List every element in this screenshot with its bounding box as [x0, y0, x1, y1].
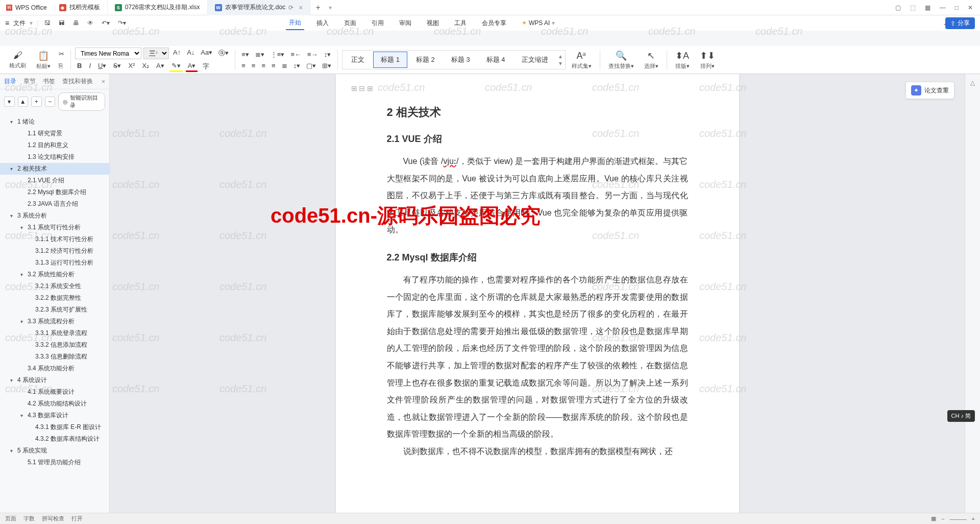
nav-up-button[interactable]: ▲: [18, 97, 29, 107]
find-replace-button[interactable]: 🔍 查找替换▾: [604, 50, 638, 70]
window-close-icon[interactable]: ✕: [968, 4, 973, 11]
subscript-button[interactable]: X₂: [140, 61, 151, 72]
bold-button[interactable]: B: [75, 61, 84, 72]
tab-xlsx[interactable]: S 0726需求文档以及排期.xlsx: [108, 0, 208, 15]
view-mode-icon[interactable]: ▦: [931, 515, 936, 522]
nav-dropdown-button[interactable]: ▾: [4, 97, 15, 107]
tab-close-icon[interactable]: ×: [299, 4, 303, 12]
font-color-button[interactable]: A▾: [186, 61, 198, 72]
tab-doc-active[interactable]: W 农事管理系统论文.doc ⟳ ×: [208, 0, 311, 15]
border-icon[interactable]: ⊞▾: [320, 61, 333, 70]
toc-item[interactable]: 4.2 系统功能结构设计: [0, 398, 109, 410]
strikethrough-button[interactable]: S̶▾: [111, 61, 123, 72]
nav-add-button[interactable]: +: [31, 97, 42, 107]
hamburger-icon[interactable]: ≡: [5, 19, 9, 27]
arrange-button[interactable]: ⬍A 排版▾: [671, 50, 694, 70]
align-justify-icon[interactable]: ≡: [270, 61, 278, 70]
window-grid-icon[interactable]: ▦: [925, 4, 930, 11]
status-wordcount[interactable]: 字数: [23, 515, 35, 522]
share-button[interactable]: ⇪ 分享: [945, 17, 975, 29]
toc-item[interactable]: ▾3.3 系统流程分析: [0, 316, 109, 327]
menu-tab-wps-ai[interactable]: ✦WPS AI▾: [519, 17, 558, 29]
style-heading2[interactable]: 标题 2: [408, 52, 443, 68]
underline-button[interactable]: U▾: [96, 61, 108, 72]
toc-item[interactable]: 3.2.3 系统可扩展性: [0, 304, 109, 316]
file-menu-label[interactable]: 文件: [13, 19, 26, 28]
superscript-button[interactable]: X²: [126, 61, 137, 72]
window-maximize-icon[interactable]: □: [955, 4, 959, 11]
clear-format-icon[interactable]: ⓐ▾: [216, 47, 231, 59]
toc-item[interactable]: ▾4.3 数据库设计: [0, 410, 109, 421]
toc-item[interactable]: 4.3.1 数据库 E-R 图设计: [0, 421, 109, 433]
line-spacing-icon[interactable]: ↕▾: [322, 50, 333, 59]
italic-button[interactable]: I: [87, 61, 93, 72]
menu-tab-reference[interactable]: 引用: [369, 17, 387, 30]
toc-item[interactable]: 1.3 论文结构安排: [0, 151, 109, 163]
toc-item[interactable]: 1.1 研究背景: [0, 128, 109, 139]
styles-scroll-up-icon[interactable]: ▴: [559, 53, 562, 60]
toc-item[interactable]: ▾2 相关技术: [0, 163, 109, 175]
toc-item[interactable]: 3.2.2 数据完整性: [0, 292, 109, 304]
font-shrink-icon[interactable]: A↓: [185, 47, 197, 59]
text-effects-button[interactable]: A▾: [154, 61, 166, 72]
align-distribute-icon[interactable]: ≣: [280, 61, 289, 70]
style-heading4[interactable]: 标题 4: [479, 52, 513, 68]
collapse-icon[interactable]: △: [970, 79, 975, 86]
align-left-icon[interactable]: ≡: [239, 61, 248, 70]
font-name-select[interactable]: Times New Roma: [75, 47, 141, 59]
outline-list-icon[interactable]: ⋮≡▾: [268, 50, 287, 59]
font-size-select[interactable]: 三号: [143, 47, 169, 59]
zoom-in-icon[interactable]: +: [972, 516, 975, 522]
document-area[interactable]: ⊞ ⊟ ⊞ 2 相关技术 2.1 VUE 介绍 Vue (读音 /vjuː/，类…: [110, 74, 965, 524]
indent-decrease-icon[interactable]: ≡←: [288, 50, 303, 59]
window-minimize-icon[interactable]: —: [940, 4, 946, 11]
nav-tab-toc[interactable]: 目录: [4, 77, 16, 86]
nav-tab-bookmark[interactable]: 书签: [43, 77, 55, 86]
copy-icon[interactable]: ⎘: [57, 61, 66, 70]
toc-item[interactable]: 3.3.2 信息添加流程: [0, 339, 109, 351]
window-cube-icon[interactable]: ⬚: [910, 4, 916, 11]
highlight-button[interactable]: ✎▾: [169, 61, 183, 72]
tab-dropdown-icon[interactable]: ▾: [329, 4, 332, 11]
number-list-icon[interactable]: ≣▾: [253, 50, 266, 59]
paragraph-spacing-icon[interactable]: ↕▾: [291, 61, 303, 70]
menu-tab-insert[interactable]: 插入: [313, 17, 332, 30]
zoom-out-icon[interactable]: −: [941, 516, 944, 522]
bullet-list-icon[interactable]: ≡▾: [239, 50, 251, 59]
nav-remove-button[interactable]: −: [45, 97, 56, 107]
menu-tab-tools[interactable]: 工具: [451, 17, 470, 30]
align-center-icon[interactable]: ≡: [250, 61, 258, 70]
print-preview-icon[interactable]: 👁: [85, 18, 95, 28]
style-heading3[interactable]: 标题 3: [444, 52, 478, 68]
menu-tab-review[interactable]: 审阅: [396, 17, 414, 30]
undo-icon[interactable]: ↶▾: [100, 18, 112, 28]
style-body-indent[interactable]: 正文缩进: [514, 52, 556, 68]
nav-close-icon[interactable]: ×: [102, 78, 105, 85]
indent-increase-icon[interactable]: ≡→: [305, 50, 320, 59]
toc-item[interactable]: ▾4 系统设计: [0, 374, 109, 386]
style-normal[interactable]: 正文: [344, 52, 372, 68]
menu-tab-member[interactable]: 会员专享: [479, 17, 509, 30]
styles-scroll-down-icon[interactable]: ▾: [559, 60, 562, 67]
zoom-slider[interactable]: ———: [950, 516, 967, 522]
status-spellcheck[interactable]: 拼写检查: [42, 515, 64, 522]
toc-item[interactable]: 3.2.1 系统安全性: [0, 280, 109, 292]
shading-icon[interactable]: ▢▾: [304, 61, 318, 70]
format-painter-group[interactable]: 🖌 格式刷: [5, 50, 30, 69]
nav-tab-chapter[interactable]: 章节: [23, 77, 36, 86]
toc-item[interactable]: 2.2 Mysql 数据库介绍: [0, 186, 109, 198]
window-app-icon[interactable]: ▢: [895, 4, 901, 11]
font-grow-icon[interactable]: A↑: [171, 47, 183, 59]
save-as-icon[interactable]: 🖬: [57, 18, 67, 28]
toc-item[interactable]: ▾3.1 系统可行性分析: [0, 222, 109, 233]
tab-templates[interactable]: ◆ 找稻壳模板: [52, 0, 108, 15]
sort-button[interactable]: ⬆⬇ 排列▾: [696, 50, 719, 70]
toc-item[interactable]: 3.4 系统功能分析: [0, 363, 109, 374]
toc-item[interactable]: 1.2 目的和意义: [0, 139, 109, 151]
smart-toc-button[interactable]: ◎ 智能识别目录: [58, 92, 105, 111]
paper-check-button[interactable]: ✦ 论文查重: [905, 82, 954, 99]
toc-item[interactable]: 2.1 VUE 介绍: [0, 175, 109, 186]
select-button[interactable]: ↖ 选择▾: [640, 50, 663, 70]
menu-tab-view[interactable]: 视图: [424, 17, 442, 30]
nav-tab-find[interactable]: 查找和替换: [62, 77, 93, 86]
